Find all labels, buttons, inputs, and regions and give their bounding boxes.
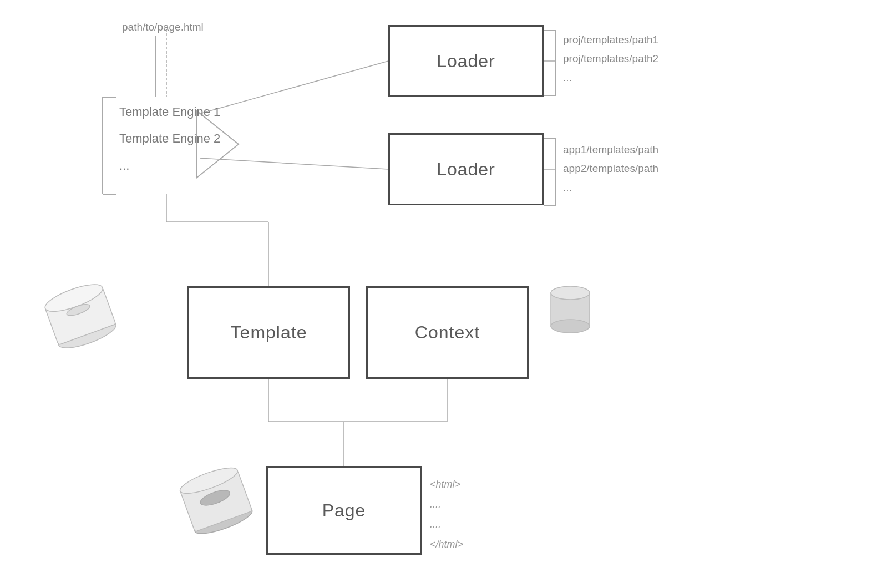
engine-ellipsis: ... <box>119 153 220 179</box>
html-close: </html> <box>430 534 463 554</box>
loader2-box: Loader <box>388 133 544 205</box>
page-box: Page <box>266 466 422 555</box>
loader1-path2: proj/templates/path2 <box>563 49 658 68</box>
svg-line-6 <box>200 158 388 169</box>
loader1-label: Loader <box>437 51 495 72</box>
loader1-path1: proj/templates/path1 <box>563 31 658 49</box>
template-label: Template <box>231 322 307 343</box>
svg-point-28 <box>551 286 590 300</box>
loader1-paths: proj/templates/path1 proj/templates/path… <box>563 31 658 88</box>
context-label: Context <box>415 322 480 343</box>
loader2-paths: app1/templates/path app2/templates/path … <box>563 140 658 197</box>
page-label: Page <box>322 500 366 521</box>
engine-list: Template Engine 1 Template Engine 2 ... <box>119 99 220 179</box>
svg-line-5 <box>200 61 388 114</box>
loader2-path3: ... <box>563 178 658 197</box>
diagram-container: path/to/page.html Template Engine 1 Temp… <box>0 0 887 588</box>
svg-point-29 <box>551 320 590 333</box>
database-icon <box>543 276 598 345</box>
engine2-label: Template Engine 2 <box>119 125 220 152</box>
loader2-path1: app1/templates/path <box>563 140 658 159</box>
engine1-label: Template Engine 1 <box>119 99 220 125</box>
html-open: <html> <box>430 474 463 494</box>
loader2-label: Loader <box>437 159 495 180</box>
context-box: Context <box>366 286 529 379</box>
template-disk-icon <box>31 264 125 355</box>
template-box: Template <box>187 286 350 379</box>
loader1-path3: ... <box>563 68 658 87</box>
loader2-path2: app2/templates/path <box>563 159 658 178</box>
html-dots2: .... <box>430 514 463 534</box>
html-annotation: <html> .... .... </html> <box>430 474 463 554</box>
page-disk-icon <box>166 449 261 540</box>
html-dots1: .... <box>430 494 463 514</box>
path-to-page-label: path/to/page.html <box>122 18 204 37</box>
loader1-box: Loader <box>388 25 544 97</box>
